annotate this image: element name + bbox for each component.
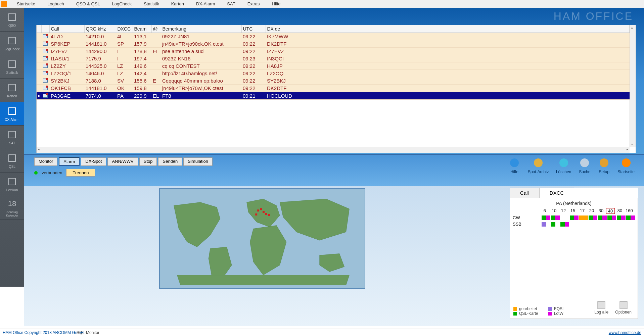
optionen-icon [619, 300, 628, 310]
cell-qrg: 144181.0 [84, 40, 116, 48]
tab-stop[interactable]: Stop [139, 157, 157, 166]
cell-dxde: SY2BKJ [266, 77, 630, 85]
footer-copyright: HAM Office Copyright 2018 ARCOMM GmbH [3, 330, 84, 335]
table-row[interactable]: SY2BKJ7188.0SV155,6ECqqqqqq 40mmm op:bal… [37, 77, 630, 85]
hilfe-icon [508, 157, 520, 169]
col-bemerkung[interactable]: Bemerkung [161, 25, 241, 33]
toolbar-suche[interactable]: Suche [579, 157, 591, 174]
cell-qrg: 7188.0 [84, 77, 116, 85]
setup-icon [598, 157, 610, 169]
cell-utc: 09:22 [241, 77, 266, 85]
sidebar-label: Lexikon [6, 188, 18, 192]
toolbar-spotarchiv[interactable]: Spot-Archiv [528, 157, 549, 174]
action-logalle[interactable]: Log alle [594, 300, 608, 315]
col-[interactable]: @ [151, 25, 161, 33]
sidebar-qso[interactable]: QSO [0, 8, 24, 32]
table-row[interactable]: 4L7D14210.04L113,10922Z JN8109:22IK7MWW [37, 33, 630, 40]
dxcc-tab-dxcc[interactable]: DXCC [539, 188, 574, 198]
toolbar-startseite[interactable]: Startseite [617, 157, 635, 174]
menu-logbuch[interactable]: Logbuch [41, 1, 70, 6]
row-flag-icon [41, 77, 49, 85]
cell-at [151, 40, 161, 48]
status-cell [579, 215, 588, 220]
sidebar-qsl[interactable]: QSL [0, 149, 24, 173]
table-row[interactable]: OK1FCB144181.0OK159,8jn49iu<TR>jo70wi,OK… [37, 85, 630, 92]
menu-extras[interactable]: Extras [241, 1, 266, 6]
menu-hilfe[interactable]: Hilfe [266, 1, 287, 6]
svg-rect-21 [598, 301, 605, 309]
tab-annwwv[interactable]: ANN/WWV [107, 157, 138, 166]
cell-beam: 159,8 [133, 85, 151, 92]
sidebar-sat[interactable]: SAT [0, 126, 24, 149]
toolbar-label: Suche [579, 170, 590, 174]
cell-at: E [151, 77, 161, 85]
cell-dxcc: LZ [116, 70, 133, 77]
disconnect-button[interactable]: Trennen [66, 169, 95, 177]
col-utc[interactable]: UTC [241, 25, 266, 33]
mid-tabs: MonitorAlarmDX-SpotANN/WWVStopSendenSimu… [34, 157, 213, 166]
sidebar-lexikon[interactable]: Lexikon [0, 173, 24, 196]
cell-dxde: IN3QCI [266, 55, 630, 62]
menu-logcheck[interactable]: LogCheck [106, 1, 138, 6]
footer-link[interactable]: www.hamoffice.de [609, 330, 641, 335]
cell-bem: cq cq CONTEST [161, 62, 241, 70]
menu-sat[interactable]: SAT [221, 1, 241, 6]
tab-alarm[interactable]: Alarm [59, 157, 80, 166]
col-dxde[interactable]: DX de [266, 25, 630, 33]
menu-qsoqsl[interactable]: QSO & QSL [70, 1, 106, 6]
sidebar-statistik[interactable]: Statistik [0, 55, 24, 79]
dx-table-container: CallQRG kHzDXCCBeam@BemerkungUTCDX de 4L… [36, 25, 636, 153]
cell-bem: Cqqqqqq 40mmm op:baloo [161, 77, 241, 85]
sidebar-logcheck[interactable]: LogCheck [0, 32, 24, 55]
sidebar-icon [7, 59, 17, 69]
sidebar-18[interactable]: 18SonntagKalender [0, 196, 24, 220]
cell-qrg: 144290.0 [84, 48, 116, 55]
svg-rect-5 [9, 131, 15, 138]
cell-dxcc: I [116, 55, 133, 62]
cell-qrg: 14046.0 [84, 70, 116, 77]
menu-startseite[interactable]: Startseite [11, 1, 41, 6]
legend-eqsl: EQSL [548, 306, 565, 311]
mode-label: SSB [513, 222, 526, 227]
sidebar-karten[interactable]: Karten [0, 79, 24, 102]
table-row[interactable]: IZ7EVZ144290.0I178,8ELpse antenne a sud0… [37, 48, 630, 55]
tab-senden[interactable]: Senden [158, 157, 182, 166]
cell-utc: 09:22 [241, 70, 266, 77]
table-row[interactable]: SP6KEP144181.0SP157,9jn49iu<TR>jo90ck,OK… [37, 40, 630, 48]
toolbar-lschen[interactable]: Löschen [556, 157, 571, 174]
scrollbar-horizontal[interactable] [37, 147, 630, 153]
dxcc-legend: gearbeitetQSL-KarteEQSLLotW Log alleOpti… [513, 306, 634, 316]
tab-simulation[interactable]: Simulation [183, 157, 213, 166]
table-row[interactable]: LZ2OQ/114046.0LZ142,4http://lz140.hamlog… [37, 70, 630, 77]
cell-dxde: IZ7EVZ [266, 48, 630, 55]
menu-statistik[interactable]: Statistik [138, 1, 165, 6]
col-dxcc[interactable]: DXCC [116, 25, 133, 33]
cell-call: LZ2OQ/1 [49, 70, 84, 77]
legend-swatch-icon [513, 307, 517, 311]
toolbar-setup[interactable]: Setup [598, 157, 610, 174]
table-row[interactable]: ▸PA3GAE7074.0PA229,9ELFT809:21HOCLOUD [37, 92, 630, 100]
scrollbar-vertical[interactable] [630, 25, 636, 147]
col-beam[interactable]: Beam [133, 25, 151, 33]
action-optionen[interactable]: Optionen [615, 300, 632, 315]
tab-monitor[interactable]: Monitor [34, 157, 57, 166]
world-map[interactable] [159, 188, 365, 289]
toolbar-hilfe[interactable]: Hilfe [508, 157, 520, 174]
col-qrgkhz[interactable]: QRG kHz [84, 25, 116, 33]
menu-dxalarm[interactable]: DX-Alarm [190, 1, 221, 6]
col-call[interactable]: Call [49, 25, 84, 33]
status-cell [598, 222, 607, 227]
cell-utc: 09:22 [241, 62, 266, 70]
home-icon[interactable] [1, 1, 7, 7]
dx-table[interactable]: CallQRG kHzDXCCBeam@BemerkungUTCDX de 4L… [37, 25, 630, 100]
tab-dxspot[interactable]: DX-Spot [81, 157, 106, 166]
dxcc-tab-call[interactable]: Call [510, 188, 539, 198]
table-row[interactable]: I1ASU/17175.9I197,40923Z KN1609:23IN3QCI [37, 55, 630, 62]
sidebar-icon [7, 129, 17, 140]
menu-karten[interactable]: Karten [165, 1, 190, 6]
cell-beam: 149,6 [133, 62, 151, 70]
cell-utc: 09:23 [241, 55, 266, 62]
toolbar-label: Spot-Archiv [528, 170, 549, 174]
sidebar-dx-alarm[interactable]: DX-Alarm [0, 102, 24, 126]
table-row[interactable]: LZ2ZY144325.0LZ149,6cq cq CONTEST09:22HA… [37, 62, 630, 70]
